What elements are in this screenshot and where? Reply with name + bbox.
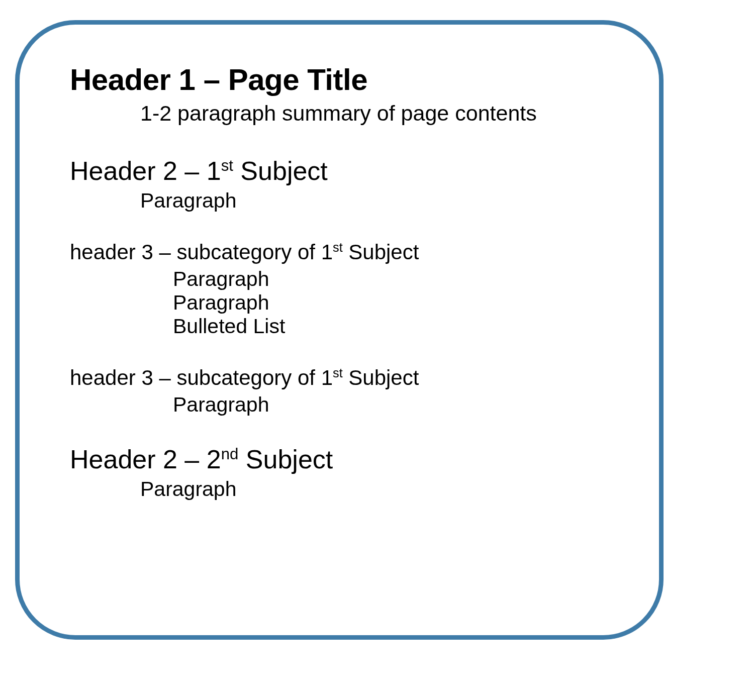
header-2-first-subject-post: Subject [233, 156, 328, 185]
header-2-second-subject-pre: Header 2 – 2 [70, 445, 221, 474]
paragraph-text: Paragraph [173, 267, 629, 291]
header-3-subcategory-a-post: Subject [343, 240, 419, 264]
ordinal-superscript: st [221, 157, 233, 174]
bulleted-list-text: Bulleted List [173, 315, 629, 338]
paragraph-text: Paragraph [140, 189, 629, 213]
header-2-second-subject: Header 2 – 2nd Subject [70, 444, 629, 474]
document-frame: Header 1 – Page Title 1-2 paragraph summ… [15, 20, 664, 640]
header-2-first-subject-pre: Header 2 – 1 [70, 156, 221, 185]
header-2-second-subject-post: Subject [238, 445, 333, 474]
ordinal-superscript: st [333, 240, 343, 254]
header-3-subcategory-b: header 3 – subcategory of 1st Subject [70, 366, 629, 390]
paragraph-text: Paragraph [173, 393, 629, 417]
header-3-subcategory-a-pre: header 3 – subcategory of 1 [70, 240, 333, 264]
header-3-subcategory-a: header 3 – subcategory of 1st Subject [70, 240, 629, 264]
ordinal-superscript: st [333, 366, 343, 380]
page-summary: 1-2 paragraph summary of page contents [140, 101, 629, 126]
header-1-page-title: Header 1 – Page Title [70, 62, 629, 97]
paragraph-text: Paragraph [140, 477, 629, 501]
header-3-subcategory-b-post: Subject [343, 366, 419, 389]
paragraph-text: Paragraph [173, 291, 629, 315]
header-3-subcategory-b-pre: header 3 – subcategory of 1 [70, 366, 333, 389]
ordinal-superscript: nd [221, 445, 239, 463]
header-2-first-subject: Header 2 – 1st Subject [70, 156, 629, 186]
